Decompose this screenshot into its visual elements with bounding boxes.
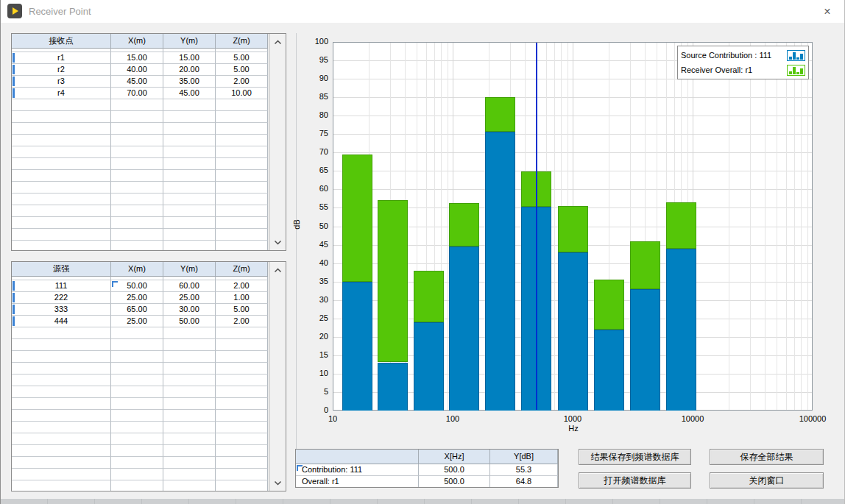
bar-2000hz-overall	[594, 280, 624, 330]
bar-series-blue-icon	[787, 50, 805, 61]
y-tick-label: 5	[306, 387, 328, 396]
v-gridline-minor	[554, 43, 555, 410]
y-tick-label: 95	[306, 55, 328, 64]
column-header	[296, 450, 419, 464]
bar-16hz-overall	[342, 155, 372, 282]
v-gridline-minor	[765, 43, 766, 410]
x-tick-label: 1000	[543, 414, 602, 423]
bar-63hz-overall	[414, 271, 444, 322]
table-cell[interactable]: 55.3	[490, 464, 558, 476]
table-header-row: X[Hz]Y[dB]	[296, 450, 558, 464]
close-window-button[interactable]: 关闭窗口	[710, 472, 824, 489]
bar-8000hz-overall	[666, 202, 696, 249]
y-tick-label: 80	[306, 110, 328, 119]
open-spectrum-db-button[interactable]: 打开频谱数据库	[579, 472, 691, 489]
v-gridline-minor	[794, 43, 795, 410]
x-axis-unit-label: Hz	[564, 424, 583, 433]
y-tick-label: 15	[306, 350, 328, 359]
table-row[interactable]: Overall: r1500.064.8	[296, 476, 558, 488]
x-tick-label: 10	[303, 414, 362, 423]
cursor-readout-table: X[Hz]Y[dB]Contribution: 111500.055.3Over…	[295, 449, 559, 488]
column-header: Y[dB]	[490, 450, 558, 464]
table-cell[interactable]: 64.8	[490, 476, 558, 488]
y-tick-label: 25	[306, 313, 328, 322]
x-tick-label: 100	[423, 414, 482, 423]
save-all-results-button[interactable]: 保存全部结果	[710, 449, 824, 465]
y-tick-label: 30	[306, 295, 328, 304]
bar-250hz-contribution	[485, 132, 515, 411]
x-tick-label: 100000	[783, 414, 842, 423]
bar-2000hz-contribution	[594, 330, 624, 411]
bar-series-green-icon	[787, 65, 805, 76]
legend-label-receiver-overall: Receiver Overall: r1	[681, 65, 752, 74]
bar-63hz-contribution	[414, 322, 444, 411]
y-tick-label: 65	[306, 166, 328, 174]
bar-125hz-overall	[449, 203, 479, 246]
table-cell[interactable]: Overall: r1	[296, 476, 419, 488]
save-results-to-spectrum-db-button[interactable]: 结果保存到频谱数据库	[579, 449, 691, 465]
legend-item-receiver-overall[interactable]: Receiver Overall: r1	[681, 63, 805, 77]
cursor-line-500hz[interactable]	[536, 43, 537, 410]
bar-4000hz-contribution	[630, 289, 660, 411]
y-tick-label: 10	[306, 369, 328, 377]
y-tick-label: 20	[306, 332, 328, 341]
bar-250hz-overall	[485, 97, 515, 132]
bar-8000hz-contribution	[666, 249, 696, 411]
table-cell[interactable]: Contribution: 111	[296, 464, 419, 476]
y-tick-label: 90	[306, 74, 328, 82]
legend-label-source-contribution: Source Contribution : 111	[681, 51, 771, 60]
bar-4000hz-overall	[630, 241, 660, 289]
y-tick-label: 70	[306, 147, 328, 156]
bar-31.5hz-overall	[378, 200, 408, 362]
y-tick-label: 0	[306, 405, 328, 414]
background-window-sliver	[1, 499, 845, 504]
bar-31.5hz-contribution	[378, 363, 408, 411]
y-tick-label: 60	[306, 184, 328, 193]
v-gridline-minor	[801, 43, 802, 410]
v-gridline-minor	[807, 43, 808, 410]
chart-legend: Source Contribution : 111 Receiver Overa…	[677, 46, 809, 79]
v-gridline-minor	[777, 43, 777, 410]
bar-125hz-contribution	[449, 246, 479, 411]
bar-1000hz-overall	[558, 206, 588, 252]
legend-item-source-contribution[interactable]: Source Contribution : 111	[681, 48, 805, 63]
y-tick-label: 40	[306, 258, 328, 267]
y-tick-label: 45	[306, 240, 328, 249]
y-tick-label: 85	[306, 92, 328, 101]
y-tick-label: 75	[306, 129, 328, 138]
bar-16hz-contribution	[342, 282, 372, 411]
table-row[interactable]: Contribution: 111500.055.3	[296, 464, 558, 476]
y-tick-label: 100	[306, 37, 328, 46]
column-header: X[Hz]	[419, 450, 490, 464]
v-gridline-minor	[448, 43, 448, 410]
y-axis-unit-label: dB	[292, 219, 301, 229]
cell-focus-marker	[297, 465, 303, 471]
table-cell[interactable]: 500.0	[419, 464, 490, 476]
receiver-point-window: Receiver Point × 接收点X(m)Y(m)Z(m)r115.001…	[0, 0, 845, 504]
y-tick-label: 55	[306, 202, 328, 211]
v-gridline-minor	[786, 43, 787, 410]
v-gridline-minor	[750, 43, 751, 410]
v-gridline-minor	[729, 43, 729, 410]
y-tick-label: 50	[306, 221, 328, 230]
table-cell[interactable]: 500.0	[419, 476, 490, 488]
bar-1000hz-contribution	[558, 252, 588, 411]
spectrum-chart[interactable]: 0510152025303540455055606570758085909510…	[1, 0, 844, 504]
y-tick-label: 35	[306, 277, 328, 285]
x-tick-label: 10000	[663, 414, 722, 423]
